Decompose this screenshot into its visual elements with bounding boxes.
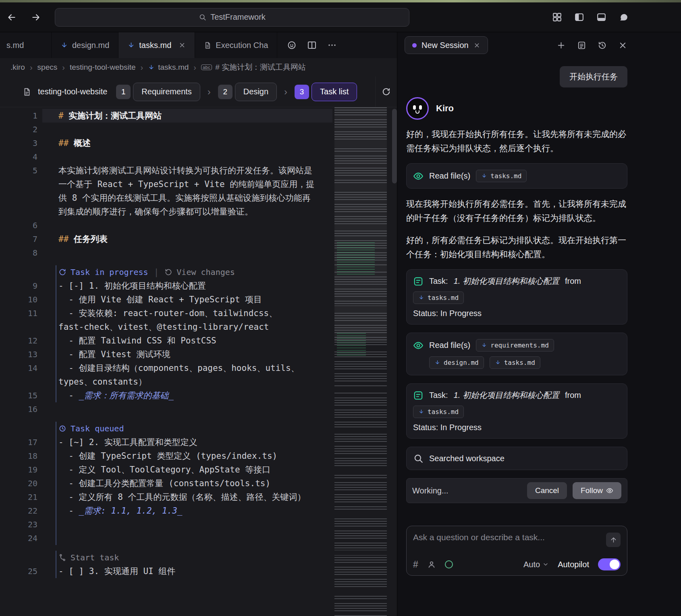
editor-line[interactable]: 20 - 创建工具分类配置常量 (constants/tools.ts) — [0, 477, 332, 490]
editor-codelens-row[interactable]: Task in progress|View changes — [0, 260, 332, 279]
line-content: 一个基于 React + TypeScript + Vite 的纯前端单页应用，… — [42, 177, 332, 191]
editor-line[interactable]: 5本实施计划将测试工具网站设计转换为可执行的开发任务。该网站是 — [0, 164, 332, 177]
file-badge[interactable]: tasks.md — [413, 291, 464, 304]
editor-codelens-row[interactable]: Task queued — [0, 416, 332, 435]
editor-codelens-row[interactable]: Start task — [0, 545, 332, 564]
panel-split-icon[interactable] — [574, 12, 584, 22]
editor-line[interactable]: 一个基于 React + TypeScript + Vite 的纯前端单页应用，… — [0, 177, 332, 191]
minimap-viewport[interactable] — [334, 107, 387, 341]
editor-line[interactable]: 2 — [0, 123, 332, 136]
user-message-button[interactable]: 开始执行任务 — [560, 66, 627, 87]
file-badge[interactable]: requirements.md — [476, 339, 554, 352]
line-number: 12 — [0, 334, 42, 348]
editor-line[interactable]: 3## 概述 — [0, 136, 332, 150]
cancel-button[interactable]: Cancel — [527, 482, 567, 499]
editor-scrollbar[interactable] — [392, 107, 397, 616]
editor-line[interactable]: types、constants） — [0, 375, 332, 389]
file-badge[interactable]: tasks.md — [490, 356, 540, 369]
editor-line[interactable]: fast-check、vitest、@testing-library/react — [0, 320, 332, 334]
more-actions-icon[interactable] — [327, 40, 337, 50]
line-number: 7 — [0, 232, 42, 246]
editor-line[interactable]: 22 - _需求: 1.1, 1.2, 1.3_ — [0, 504, 332, 518]
editor-line[interactable]: 11 - 安装依赖: react-router-dom、tailwindcss、 — [0, 306, 332, 320]
codelens-action[interactable]: Task in progress — [71, 267, 148, 277]
user-context-icon[interactable] — [427, 560, 436, 569]
agent-name: Kiro — [436, 103, 454, 114]
close-tab-icon[interactable] — [179, 42, 186, 49]
line-content: 供 8 个实用的在线测试工具。实施将按照从基础设施到核心功能再 — [42, 191, 332, 205]
tab-execution-changes[interactable]: Execution Cha — [195, 32, 277, 58]
editor-line[interactable]: 9- [-] 1. 初始化项目结构和核心配置 — [0, 279, 332, 293]
breadcrumb-item-symbol[interactable]: abc # 实施计划：测试工具网站 — [201, 62, 306, 73]
editor-line[interactable]: 10 - 使用 Vite 创建 React + TypeScript 项目 — [0, 293, 332, 306]
editor-line[interactable]: 18 - 创建 TypeScript 类型定义 (types/index.ts) — [0, 449, 332, 463]
editor-line[interactable]: 1# 实施计划：测试工具网站 — [0, 109, 332, 123]
layout-grid-icon[interactable] — [552, 12, 562, 22]
task-list-icon[interactable] — [577, 41, 586, 50]
line-number: 20 — [0, 477, 42, 490]
editor-line[interactable]: 15 - _需求：所有需求的基础_ — [0, 389, 332, 402]
codelens-action[interactable]: Task queued — [71, 424, 124, 433]
file-badge[interactable]: design.md — [429, 356, 484, 369]
codelens-action[interactable]: Start task — [71, 553, 119, 562]
editor-line[interactable]: 12 - 配置 Tailwind CSS 和 PostCSS — [0, 334, 332, 348]
split-editor-icon[interactable] — [307, 40, 317, 50]
editor-line[interactable]: 6 — [0, 219, 332, 232]
breadcrumb-item[interactable]: specs — [37, 63, 58, 72]
file-badge[interactable]: tasks.md — [413, 406, 464, 418]
spec-step-design[interactable]: 2 Design — [218, 83, 277, 101]
spec-step-task-list[interactable]: 3 Task list — [295, 83, 357, 101]
editor-line[interactable]: 4 — [0, 150, 332, 164]
breadcrumb-item-file[interactable]: tasks.md — [148, 63, 189, 72]
back-icon[interactable] — [6, 12, 17, 23]
close-panel-icon[interactable] — [618, 41, 627, 50]
follow-button[interactable]: Follow — [573, 482, 621, 499]
spec-step-requirements[interactable]: 1 Requirements — [116, 83, 200, 101]
line-number: 19 — [0, 463, 42, 477]
markdown-down-icon — [434, 360, 440, 366]
line-number: 10 — [0, 293, 42, 306]
minimap[interactable] — [334, 107, 387, 616]
history-icon[interactable] — [598, 41, 607, 50]
tab-new-session[interactable]: New Session — [405, 36, 488, 54]
tab-design-md[interactable]: design.md — [52, 32, 118, 58]
close-session-icon[interactable] — [473, 42, 480, 49]
mode-select[interactable]: Auto — [523, 560, 549, 569]
tab-tasks-md[interactable]: tasks.md — [118, 32, 195, 58]
editor-line[interactable]: 到集成的顺序进行，确保每个步骤都可以增量验证。 — [0, 205, 332, 219]
refresh-icon[interactable] — [375, 77, 397, 107]
send-button[interactable] — [606, 533, 621, 547]
editor-line[interactable]: 19 - 定义 Tool、ToolCategory、AppState 等接口 — [0, 463, 332, 477]
editor-line[interactable]: 21 - 定义所有 8 个工具的元数据（名称、描述、路径、关键词） — [0, 490, 332, 504]
editor-line[interactable]: 25- [ ] 3. 实现通用 UI 组件 — [0, 564, 332, 578]
line-content: - 创建目录结构（components、pages、hooks、utils、 — [42, 361, 332, 375]
codelens-action[interactable]: View changes — [176, 267, 235, 277]
file-badge[interactable]: tasks.md — [476, 170, 527, 182]
tab-s-md[interactable]: s.md — [0, 32, 52, 58]
editor-line[interactable]: 13 - 配置 Vitest 测试环境 — [0, 348, 332, 361]
forward-icon[interactable] — [31, 12, 41, 23]
status-ring-icon[interactable] — [445, 560, 453, 568]
panel-bottom-icon[interactable] — [596, 12, 606, 22]
autopilot-toggle[interactable] — [598, 558, 621, 570]
editor-line[interactable]: 7## 任务列表 — [0, 232, 332, 246]
editor-line[interactable]: 17- [~] 2. 实现工具配置和类型定义 — [0, 435, 332, 449]
chat-input[interactable]: Ask a question or describe a task... # A… — [406, 526, 627, 576]
editor-line[interactable]: 23 — [0, 518, 332, 531]
breadcrumb-item[interactable]: .kiro — [10, 63, 25, 72]
editor-line[interactable]: 供 8 个实用的在线测试工具。实施将按照从基础设施到核心功能再 — [0, 191, 332, 205]
code-editor[interactable]: 1# 实施计划：测试工具网站23## 概述45本实施计划将测试工具网站设计转换为… — [0, 107, 397, 616]
plus-icon[interactable] — [556, 41, 566, 50]
hash-icon[interactable]: # — [413, 560, 418, 569]
line-number: 4 — [0, 150, 42, 164]
editor-line[interactable]: 24 — [0, 531, 332, 545]
kiro-face-icon[interactable] — [287, 40, 297, 50]
editor-line[interactable]: 8 — [0, 246, 332, 260]
chat-bubble-icon[interactable] — [619, 12, 629, 22]
editor-line[interactable]: 14 - 创建目录结构（components、pages、hooks、utils… — [0, 361, 332, 375]
scrollbar-thumb[interactable] — [392, 109, 397, 183]
command-center-search[interactable]: TestFramework — [55, 8, 409, 27]
breadcrumb-item[interactable]: testing-tool-website — [70, 63, 136, 72]
line-content: Task in progress|View changes — [42, 265, 332, 279]
editor-line[interactable]: 16 — [0, 402, 332, 416]
